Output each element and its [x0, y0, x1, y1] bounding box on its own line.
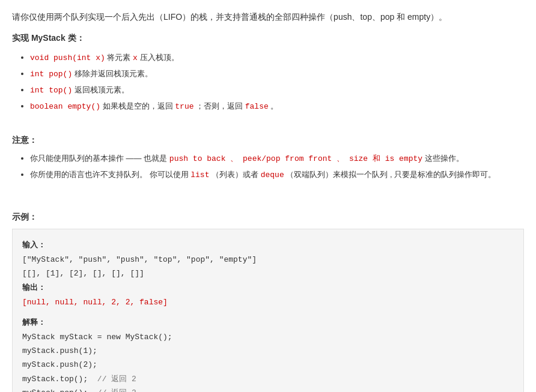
explain-line4: myStack.top(); // 返回 2: [22, 372, 514, 386]
method-desc-empty2: ；否则，返回: [196, 101, 245, 110]
explain-label: 解释：: [22, 318, 46, 327]
method-desc-top: 返回栈顶元素。: [75, 85, 129, 94]
input-label: 输入：: [22, 240, 46, 249]
note-item1-code: push to back 、 peek/pop from front 、 siz…: [169, 154, 422, 163]
list-item: int pop() 移除并返回栈顶元素。: [30, 66, 524, 82]
note-item2-mid1: （列表）或者: [212, 170, 261, 179]
comment4: // 返回 2: [97, 375, 136, 384]
method-desc-push: 将元素: [107, 53, 133, 62]
note-title: 注意：: [12, 135, 524, 146]
method-list: void push(int x) 将元素 x 压入栈顶。 int pop() 移…: [12, 50, 524, 115]
val-true: true: [175, 102, 193, 111]
note-item2-mid2: （双端队列）来模拟一个队列 , 只要是标准的队列操作即可。: [286, 170, 496, 179]
input-label-line: 输入：: [22, 238, 514, 252]
note-list: 你只能使用队列的基本操作 —— 也就是 push to back 、 peek/…: [12, 151, 524, 183]
output-label: 输出：: [22, 283, 46, 292]
method-desc-empty3: 。: [270, 101, 278, 110]
method-code-pop: int pop(): [30, 70, 72, 79]
intro-text: 请你仅使用两个队列实现一个后入先出（LIFO）的栈，并支持普通栈的全部四种操作（…: [12, 10, 524, 25]
note-section: 注意： 你只能使用队列的基本操作 —— 也就是 push to back 、 p…: [12, 135, 524, 183]
note-item1-after: 这些操作。: [425, 154, 464, 163]
explain-line1: MyStack myStack = new MyStack();: [22, 330, 514, 344]
method-desc-empty: 如果栈是空的，返回: [103, 101, 175, 110]
note-item2-code1: list: [190, 170, 209, 179]
method-desc-pop: 移除并返回栈顶元素。: [75, 69, 153, 78]
list-item: boolean empty() 如果栈是空的，返回 true ；否则，返回 fa…: [30, 98, 524, 115]
list-item: 你所使用的语言也许不支持队列。 你可以使用 list （列表）或者 deque …: [30, 167, 524, 183]
output-label-line: 输出：: [22, 280, 514, 295]
list-item: void push(int x) 将元素 x 压入栈顶。: [30, 50, 524, 66]
example-title: 示例：: [12, 212, 524, 223]
list-item: 你只能使用队列的基本操作 —— 也就是 push to back 、 peek/…: [30, 151, 524, 167]
example-box: 输入： ["MyStack", "push", "push", "top", "…: [12, 229, 524, 392]
input-line1: ["MyStack", "push", "push", "top", "pop"…: [22, 253, 514, 267]
input-line2: [[], [1], [2], [], [], []]: [22, 267, 514, 280]
example-section: 示例： 输入： ["MyStack", "push", "push", "top…: [12, 212, 524, 392]
implement-title: 实现 MyStack 类：: [12, 33, 524, 44]
list-item: int top() 返回栈顶元素。: [30, 82, 524, 98]
method-code-top: int top(): [30, 86, 72, 95]
explain-label-line: 解释：: [22, 315, 514, 330]
param-x: x: [133, 53, 138, 62]
method-desc-push2: 压入栈顶。: [140, 53, 179, 62]
explain-line2: myStack.push(1);: [22, 344, 514, 358]
output-line: [null, null, null, 2, 2, false]: [22, 295, 514, 309]
note-item2-before: 你所使用的语言也许不支持队列。 你可以使用: [30, 170, 190, 179]
explain-line5: myStack.pop(); // 返回 2: [22, 386, 514, 392]
method-code-push: void push(int x): [30, 53, 105, 62]
comment5: // 返回 2: [97, 388, 136, 392]
val-false: false: [245, 102, 269, 111]
method-code-empty: boolean empty(): [30, 102, 100, 111]
note-item1-before: 你只能使用队列的基本操作 —— 也就是: [30, 154, 169, 163]
note-item2-code2: deque: [261, 170, 284, 179]
explain-line3: myStack.push(2);: [22, 358, 514, 372]
